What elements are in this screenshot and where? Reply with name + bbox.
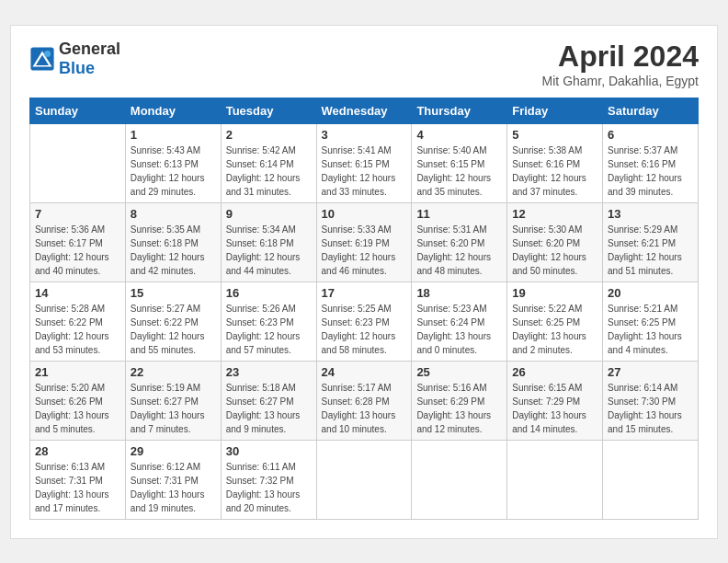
calendar-cell: 16Sunrise: 5:26 AMSunset: 6:23 PMDayligh… <box>221 282 316 361</box>
calendar-cell: 30Sunrise: 6:11 AMSunset: 7:32 PMDayligh… <box>221 440 316 519</box>
logo: General Blue <box>29 40 120 79</box>
weekday-header-wednesday: Wednesday <box>316 98 412 123</box>
day-number: 1 <box>131 128 216 142</box>
calendar-cell <box>30 123 126 202</box>
calendar-cell: 22Sunrise: 5:19 AMSunset: 6:27 PMDayligh… <box>125 361 221 440</box>
day-info: Sunrise: 5:33 AMSunset: 6:19 PMDaylight:… <box>322 223 407 278</box>
calendar-week-1: 7Sunrise: 5:36 AMSunset: 6:17 PMDaylight… <box>30 202 699 282</box>
calendar-cell: 26Sunrise: 6:15 AMSunset: 7:29 PMDayligh… <box>507 361 603 440</box>
calendar-cell: 1Sunrise: 5:43 AMSunset: 6:13 PMDaylight… <box>125 123 221 202</box>
day-info: Sunrise: 5:16 AMSunset: 6:29 PMDaylight:… <box>416 381 502 436</box>
day-info: Sunrise: 6:14 AMSunset: 7:30 PMDaylight:… <box>608 381 693 436</box>
day-number: 22 <box>131 365 216 379</box>
day-info: Sunrise: 6:11 AMSunset: 7:32 PMDaylight:… <box>226 460 312 515</box>
weekday-header-thursday: Thursday <box>412 98 507 123</box>
calendar-cell: 2Sunrise: 5:42 AMSunset: 6:14 PMDaylight… <box>221 123 316 202</box>
weekday-header-row: SundayMondayTuesdayWednesdayThursdayFrid… <box>30 98 699 123</box>
day-number: 23 <box>226 365 312 379</box>
day-number: 15 <box>131 286 216 300</box>
day-number: 21 <box>35 365 120 379</box>
weekday-header-saturday: Saturday <box>603 98 699 123</box>
day-info: Sunrise: 5:34 AMSunset: 6:18 PMDaylight:… <box>226 223 312 278</box>
day-info: Sunrise: 5:22 AMSunset: 6:25 PMDaylight:… <box>512 302 597 357</box>
calendar-cell: 3Sunrise: 5:41 AMSunset: 6:15 PMDaylight… <box>316 123 412 202</box>
calendar-cell: 14Sunrise: 5:28 AMSunset: 6:22 PMDayligh… <box>30 282 126 361</box>
calendar-week-2: 14Sunrise: 5:28 AMSunset: 6:22 PMDayligh… <box>30 282 699 361</box>
day-number: 3 <box>322 128 407 142</box>
calendar-cell <box>412 440 507 519</box>
month-title: April 2024 <box>542 40 699 74</box>
calendar-cell: 4Sunrise: 5:40 AMSunset: 6:15 PMDaylight… <box>412 123 507 202</box>
weekday-header-friday: Friday <box>507 98 603 123</box>
calendar-cell: 18Sunrise: 5:23 AMSunset: 6:24 PMDayligh… <box>412 282 507 361</box>
calendar-body: 1Sunrise: 5:43 AMSunset: 6:13 PMDaylight… <box>30 123 699 519</box>
calendar-container: General Blue April 2024 Mit Ghamr, Dakah… <box>10 25 718 539</box>
day-info: Sunrise: 5:21 AMSunset: 6:25 PMDaylight:… <box>608 302 693 357</box>
calendar-cell: 19Sunrise: 5:22 AMSunset: 6:25 PMDayligh… <box>507 282 603 361</box>
calendar-cell: 27Sunrise: 6:14 AMSunset: 7:30 PMDayligh… <box>603 361 699 440</box>
calendar-cell: 9Sunrise: 5:34 AMSunset: 6:18 PMDaylight… <box>221 202 316 282</box>
calendar-week-4: 28Sunrise: 6:13 AMSunset: 7:31 PMDayligh… <box>30 440 699 519</box>
day-info: Sunrise: 5:40 AMSunset: 6:15 PMDaylight:… <box>416 144 502 199</box>
day-info: Sunrise: 5:42 AMSunset: 6:14 PMDaylight:… <box>226 144 312 199</box>
day-info: Sunrise: 5:25 AMSunset: 6:23 PMDaylight:… <box>322 302 407 357</box>
svg-point-3 <box>44 51 51 57</box>
calendar-cell: 23Sunrise: 5:18 AMSunset: 6:27 PMDayligh… <box>221 361 316 440</box>
day-info: Sunrise: 5:37 AMSunset: 6:16 PMDaylight:… <box>608 144 693 199</box>
calendar-header: General Blue April 2024 Mit Ghamr, Dakah… <box>29 40 699 88</box>
day-number: 26 <box>512 365 597 379</box>
day-info: Sunrise: 5:27 AMSunset: 6:22 PMDaylight:… <box>131 302 216 357</box>
calendar-cell: 11Sunrise: 5:31 AMSunset: 6:20 PMDayligh… <box>412 202 507 282</box>
day-info: Sunrise: 5:28 AMSunset: 6:22 PMDaylight:… <box>35 302 120 357</box>
day-number: 12 <box>512 207 597 221</box>
day-number: 29 <box>131 444 216 458</box>
calendar-cell: 17Sunrise: 5:25 AMSunset: 6:23 PMDayligh… <box>316 282 412 361</box>
day-number: 24 <box>322 365 407 379</box>
logo-icon <box>29 46 55 72</box>
day-number: 5 <box>512 128 597 142</box>
calendar-cell: 5Sunrise: 5:38 AMSunset: 6:16 PMDaylight… <box>507 123 603 202</box>
title-section: April 2024 Mit Ghamr, Dakahlia, Egypt <box>542 40 699 88</box>
day-info: Sunrise: 5:19 AMSunset: 6:27 PMDaylight:… <box>131 381 216 436</box>
day-number: 11 <box>416 207 502 221</box>
day-info: Sunrise: 5:35 AMSunset: 6:18 PMDaylight:… <box>131 223 216 278</box>
day-number: 4 <box>416 128 502 142</box>
day-info: Sunrise: 5:29 AMSunset: 6:21 PMDaylight:… <box>608 223 693 278</box>
weekday-header-tuesday: Tuesday <box>221 98 316 123</box>
day-number: 27 <box>608 365 693 379</box>
day-info: Sunrise: 5:36 AMSunset: 6:17 PMDaylight:… <box>35 223 120 278</box>
day-info: Sunrise: 5:17 AMSunset: 6:28 PMDaylight:… <box>322 381 407 436</box>
calendar-cell: 8Sunrise: 5:35 AMSunset: 6:18 PMDaylight… <box>125 202 221 282</box>
calendar-cell: 15Sunrise: 5:27 AMSunset: 6:22 PMDayligh… <box>125 282 221 361</box>
logo-text-blue: Blue <box>59 59 120 79</box>
day-number: 19 <box>512 286 597 300</box>
calendar-cell: 7Sunrise: 5:36 AMSunset: 6:17 PMDaylight… <box>30 202 126 282</box>
calendar-cell: 24Sunrise: 5:17 AMSunset: 6:28 PMDayligh… <box>316 361 412 440</box>
day-info: Sunrise: 5:20 AMSunset: 6:26 PMDaylight:… <box>35 381 120 436</box>
day-info: Sunrise: 5:41 AMSunset: 6:15 PMDaylight:… <box>322 144 407 199</box>
day-info: Sunrise: 5:23 AMSunset: 6:24 PMDaylight:… <box>416 302 502 357</box>
day-info: Sunrise: 5:30 AMSunset: 6:20 PMDaylight:… <box>512 223 597 278</box>
day-info: Sunrise: 5:31 AMSunset: 6:20 PMDaylight:… <box>416 223 502 278</box>
day-number: 25 <box>416 365 502 379</box>
day-number: 16 <box>226 286 312 300</box>
calendar-cell <box>507 440 603 519</box>
day-number: 9 <box>226 207 312 221</box>
day-number: 18 <box>416 286 502 300</box>
calendar-week-0: 1Sunrise: 5:43 AMSunset: 6:13 PMDaylight… <box>30 123 699 202</box>
calendar-cell: 13Sunrise: 5:29 AMSunset: 6:21 PMDayligh… <box>603 202 699 282</box>
location-title: Mit Ghamr, Dakahlia, Egypt <box>542 74 699 88</box>
day-number: 8 <box>131 207 216 221</box>
weekday-header-monday: Monday <box>125 98 221 123</box>
weekday-header-sunday: Sunday <box>30 98 126 123</box>
calendar-cell: 21Sunrise: 5:20 AMSunset: 6:26 PMDayligh… <box>30 361 126 440</box>
day-number: 6 <box>608 128 693 142</box>
calendar-cell: 6Sunrise: 5:37 AMSunset: 6:16 PMDaylight… <box>603 123 699 202</box>
calendar-cell: 29Sunrise: 6:12 AMSunset: 7:31 PMDayligh… <box>125 440 221 519</box>
calendar-week-3: 21Sunrise: 5:20 AMSunset: 6:26 PMDayligh… <box>30 361 699 440</box>
day-number: 14 <box>35 286 120 300</box>
calendar-cell: 12Sunrise: 5:30 AMSunset: 6:20 PMDayligh… <box>507 202 603 282</box>
day-number: 2 <box>226 128 312 142</box>
day-info: Sunrise: 6:12 AMSunset: 7:31 PMDaylight:… <box>131 460 216 515</box>
calendar-cell: 10Sunrise: 5:33 AMSunset: 6:19 PMDayligh… <box>316 202 412 282</box>
